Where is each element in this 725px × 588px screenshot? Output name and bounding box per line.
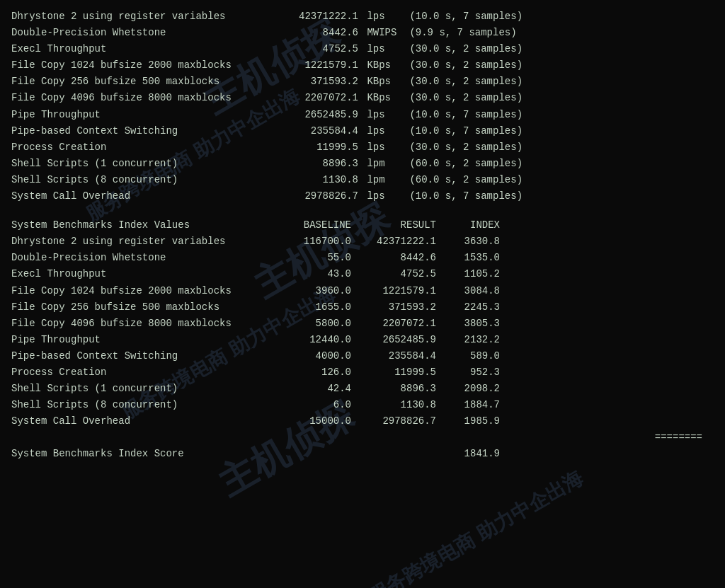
idx-name: Double-Precision Whetstone [11, 250, 273, 266]
idx-result: 1221579.1 [351, 283, 436, 299]
idx-name: Shell Scripts (8 concurrent) [11, 397, 273, 413]
bench-samples: (10.0 s, 7 samples) [401, 8, 523, 25]
idx-baseline: 4000.0 [273, 348, 351, 364]
bench-name: Pipe-based Context Switching [11, 123, 273, 139]
bench-samples: (30.0 s, 2 samples) [401, 90, 523, 106]
idx-name: Pipe-based Context Switching [11, 348, 273, 364]
benchmark-container: Dhrystone 2 using register variables 423… [0, 0, 725, 471]
idx-index: 2245.3 [436, 299, 500, 316]
bench-unit: lps [358, 8, 401, 25]
idx-result: 11999.5 [351, 364, 436, 381]
index-section: System Benchmarks Index ValuesBASELINERE… [11, 217, 714, 462]
bench-unit: KBps [358, 74, 401, 90]
index-header: System Benchmarks Index ValuesBASELINERE… [11, 217, 714, 234]
bench-row: Shell Scripts (8 concurrent) 1130.8 lpm … [11, 172, 714, 188]
score-value: 1841.9 [436, 446, 500, 462]
bench-samples: (30.0 s, 2 samples) [401, 41, 523, 57]
score-baseline-spacer [273, 446, 351, 462]
index-row: System Call Overhead15000.02978826.71985… [11, 413, 714, 430]
bench-row: Shell Scripts (1 concurrent) 8896.3 lpm … [11, 156, 714, 172]
bench-row: File Copy 1024 bufsize 2000 maxblocks 12… [11, 57, 714, 74]
equals-separator: ======== [11, 430, 714, 446]
idx-baseline: 5800.0 [273, 316, 351, 332]
bench-unit: lps [358, 188, 401, 204]
index-row: File Copy 4096 bufsize 8000 maxblocks580… [11, 316, 714, 332]
idx-result: 2652485.9 [351, 332, 436, 348]
bench-value: 1130.8 [273, 172, 358, 188]
index-row: Double-Precision Whetstone55.08442.61535… [11, 250, 714, 266]
bench-unit: KBps [358, 57, 401, 74]
idx-result: 8896.3 [351, 381, 436, 397]
idx-baseline: 55.0 [273, 250, 351, 266]
idx-name: System Call Overhead [11, 413, 273, 430]
idx-index: 1884.7 [436, 397, 500, 413]
bench-unit: lpm [358, 156, 401, 172]
idx-name: Shell Scripts (1 concurrent) [11, 381, 273, 397]
idx-result: 2207072.1 [351, 316, 436, 332]
idx-baseline: 116700.0 [273, 234, 351, 250]
index-row: Pipe-based Context Switching4000.0235584… [11, 348, 714, 364]
bench-name: Pipe Throughput [11, 107, 273, 123]
index-header-baseline: BASELINE [273, 217, 351, 234]
idx-index: 3084.8 [436, 283, 500, 299]
idx-index: 1105.2 [436, 266, 500, 282]
index-header-index: INDEX [436, 217, 500, 234]
index-header-label: System Benchmarks Index Values [11, 217, 273, 234]
bench-value: 2207072.1 [273, 90, 358, 106]
idx-index: 1985.9 [436, 413, 500, 430]
bench-row: System Call Overhead 2978826.7 lps (10.0… [11, 188, 714, 204]
bench-row: Pipe Throughput 2652485.9 lps (10.0 s, 7… [11, 107, 714, 123]
bench-samples: (9.9 s, 7 samples) [401, 25, 517, 41]
bench-name: Shell Scripts (1 concurrent) [11, 156, 273, 172]
idx-name: Process Creation [11, 364, 273, 381]
bench-samples: (10.0 s, 7 samples) [401, 107, 523, 123]
score-result-spacer [351, 446, 436, 462]
idx-index: 952.3 [436, 364, 500, 381]
bench-row: Execl Throughput 4752.5 lps (30.0 s, 2 s… [11, 41, 714, 57]
idx-name: File Copy 1024 bufsize 2000 maxblocks [11, 283, 273, 299]
idx-baseline: 15000.0 [273, 413, 351, 430]
bench-value: 8442.6 [273, 25, 358, 41]
bench-value: 2978826.7 [273, 188, 358, 204]
bench-value: 4752.5 [273, 41, 358, 57]
idx-result: 4752.5 [351, 266, 436, 282]
bench-unit: KBps [358, 90, 401, 106]
bench-samples: (30.0 s, 2 samples) [401, 139, 523, 156]
bench-unit: lps [358, 41, 401, 57]
idx-index: 589.0 [436, 348, 500, 364]
idx-name: Pipe Throughput [11, 332, 273, 348]
bench-name: Execl Throughput [11, 41, 273, 57]
bench-value: 8896.3 [273, 156, 358, 172]
bench-name: Double-Precision Whetstone [11, 25, 273, 41]
idx-result: 371593.2 [351, 299, 436, 316]
bench-row: Process Creation 11999.5 lps (30.0 s, 2 … [11, 139, 714, 156]
bench-value: 42371222.1 [273, 8, 358, 25]
bench-unit: lps [358, 123, 401, 139]
bench-row: Dhrystone 2 using register variables 423… [11, 8, 714, 25]
performance-section: Dhrystone 2 using register variables 423… [11, 8, 714, 204]
bench-name: Dhrystone 2 using register variables [11, 8, 273, 25]
bench-unit: lpm [358, 172, 401, 188]
bench-value: 235584.4 [273, 123, 358, 139]
idx-result: 8442.6 [351, 250, 436, 266]
idx-baseline: 126.0 [273, 364, 351, 381]
index-row: Pipe Throughput12440.02652485.92132.2 [11, 332, 714, 348]
score-label: System Benchmarks Index Score [11, 446, 273, 462]
index-row: Execl Throughput43.04752.51105.2 [11, 266, 714, 282]
bench-row: Double-Precision Whetstone 8442.6 MWIPS … [11, 25, 714, 41]
idx-name: File Copy 256 bufsize 500 maxblocks [11, 299, 273, 316]
idx-baseline: 43.0 [273, 266, 351, 282]
bench-name: Shell Scripts (8 concurrent) [11, 172, 273, 188]
bench-samples: (30.0 s, 2 samples) [401, 74, 523, 90]
bench-value: 2652485.9 [273, 107, 358, 123]
idx-result: 235584.4 [351, 348, 436, 364]
idx-index: 1535.0 [436, 250, 500, 266]
bench-row: File Copy 4096 bufsize 8000 maxblocks 22… [11, 90, 714, 106]
index-row: File Copy 1024 bufsize 2000 maxblocks396… [11, 283, 714, 299]
equals-text: ======== [655, 432, 702, 443]
idx-index: 3630.8 [436, 234, 500, 250]
idx-index: 2098.2 [436, 381, 500, 397]
idx-index: 3805.3 [436, 316, 500, 332]
bench-value: 371593.2 [273, 74, 358, 90]
idx-baseline: 12440.0 [273, 332, 351, 348]
